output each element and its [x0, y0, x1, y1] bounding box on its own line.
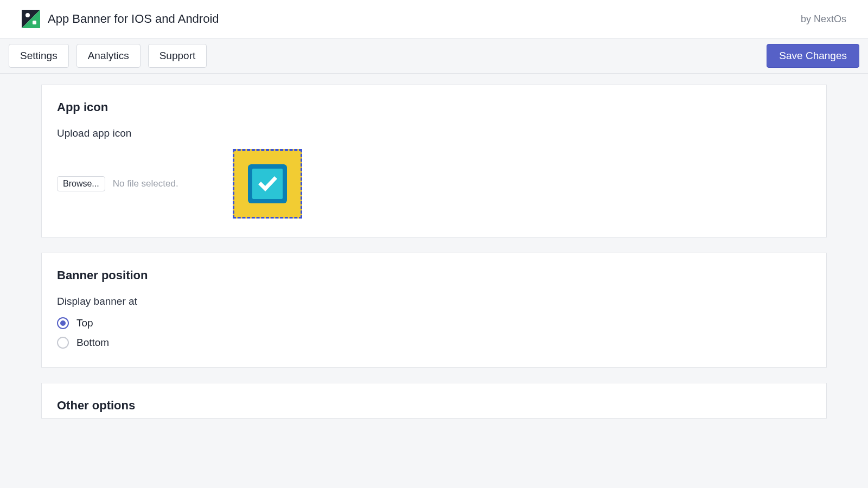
radio-option-top[interactable]: Top [57, 317, 811, 329]
support-button[interactable]: Support [148, 44, 207, 68]
radio-label-bottom: Bottom [76, 337, 109, 349]
app-icon-card: App icon Upload app icon Browse... No fi… [41, 85, 827, 237]
banner-position-card: Banner position Display banner at Top Bo… [41, 253, 827, 368]
preview-icon-outer [248, 164, 287, 203]
banner-position-card-title: Banner position [57, 268, 811, 282]
byline: by NextOs [801, 14, 846, 25]
preview-icon-inner [252, 169, 283, 199]
checkmark-icon [257, 173, 278, 195]
other-options-card-title: Other options [57, 399, 811, 413]
analytics-button[interactable]: Analytics [76, 44, 141, 68]
radio-icon [57, 337, 69, 349]
file-picker: Browse... No file selected. [57, 176, 178, 191]
other-options-card: Other options [41, 383, 827, 419]
toolbar-left: Settings Analytics Support [9, 44, 207, 68]
save-changes-button[interactable]: Save Changes [767, 44, 859, 68]
content-area: App icon Upload app icon Browse... No fi… [0, 74, 868, 440]
svg-rect-3 [33, 21, 36, 24]
header-bar: App Banner for IOS and Android by NextOs [0, 0, 868, 38]
settings-button[interactable]: Settings [9, 44, 69, 68]
app-icon-card-title: App icon [57, 100, 811, 114]
radio-label-top: Top [76, 317, 93, 329]
upload-app-icon-label: Upload app icon [57, 127, 811, 139]
file-status-text: No file selected. [113, 178, 178, 189]
app-logo-icon [22, 10, 40, 28]
display-banner-at-label: Display banner at [57, 296, 811, 307]
radio-option-bottom[interactable]: Bottom [57, 337, 811, 349]
radio-icon [57, 317, 69, 329]
upload-row: Browse... No file selected. [57, 149, 811, 219]
svg-point-2 [25, 13, 30, 17]
banner-position-radio-group: Top Bottom [57, 317, 811, 349]
browse-button[interactable]: Browse... [57, 176, 105, 191]
toolbar: Settings Analytics Support Save Changes [0, 38, 868, 74]
header-left: App Banner for IOS and Android [22, 10, 219, 28]
icon-preview-dropzone[interactable] [233, 149, 302, 219]
page-title: App Banner for IOS and Android [48, 12, 219, 26]
